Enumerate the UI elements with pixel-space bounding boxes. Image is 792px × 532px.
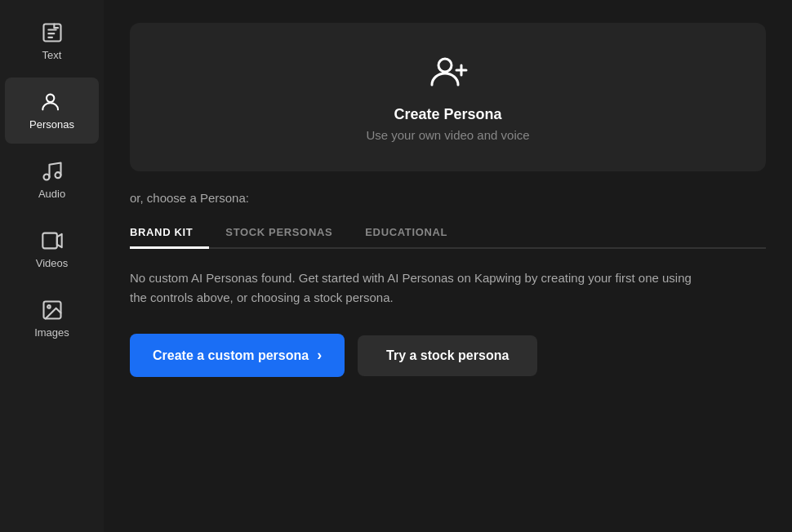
tab-educational[interactable]: EDUCATIONAL xyxy=(349,218,464,249)
persona-tabs: BRAND KIT STOCK PERSONAS EDUCATIONAL xyxy=(130,218,766,249)
person-add-icon xyxy=(429,52,468,91)
tab-brand-kit[interactable]: BRAND KIT xyxy=(130,218,209,249)
sidebar-item-personas-label: Personas xyxy=(29,118,74,131)
sidebar-item-videos-label: Videos xyxy=(36,257,69,269)
chevron-right-icon: › xyxy=(317,347,322,364)
sidebar-item-text-label: Text xyxy=(42,49,62,61)
create-persona-icon xyxy=(429,52,468,95)
create-custom-persona-label: Create a custom persona xyxy=(153,348,309,363)
tab-stock-personas[interactable]: STOCK PERSONAS xyxy=(209,218,349,249)
create-persona-subtitle: Use your own video and voice xyxy=(366,128,529,142)
sidebar-item-personas[interactable]: Personas xyxy=(5,78,99,144)
create-persona-title: Create Persona xyxy=(394,106,501,123)
sidebar: Text Personas Audio Videos Images xyxy=(0,0,104,532)
videos-icon xyxy=(41,229,64,252)
create-custom-persona-button[interactable]: Create a custom persona › xyxy=(130,334,345,377)
sidebar-item-audio[interactable]: Audio xyxy=(5,147,99,213)
audio-icon xyxy=(41,160,64,183)
create-persona-card[interactable]: Create Persona Use your own video and vo… xyxy=(130,23,766,171)
sidebar-item-text[interactable]: Text xyxy=(5,8,99,74)
main-content: Create Persona Use your own video and vo… xyxy=(104,0,792,532)
action-buttons: Create a custom persona › Try a stock pe… xyxy=(130,334,766,377)
text-icon xyxy=(41,21,64,44)
sidebar-item-videos[interactable]: Videos xyxy=(5,216,99,282)
svg-rect-0 xyxy=(43,24,60,42)
svg-rect-7 xyxy=(42,233,57,249)
svg-point-10 xyxy=(438,59,452,72)
sidebar-item-images-label: Images xyxy=(34,326,69,339)
svg-point-9 xyxy=(47,305,51,308)
sidebar-item-audio-label: Audio xyxy=(38,188,65,200)
empty-state-message: No custom AI Personas found. Get started… xyxy=(130,268,701,308)
svg-point-4 xyxy=(47,95,54,102)
choose-persona-label: or, choose a Persona: xyxy=(130,191,766,205)
sidebar-item-images[interactable]: Images xyxy=(5,286,99,352)
images-icon xyxy=(41,299,64,321)
svg-point-5 xyxy=(43,175,49,180)
personas-icon xyxy=(41,91,64,113)
try-stock-persona-button[interactable]: Try a stock persona xyxy=(358,335,537,376)
